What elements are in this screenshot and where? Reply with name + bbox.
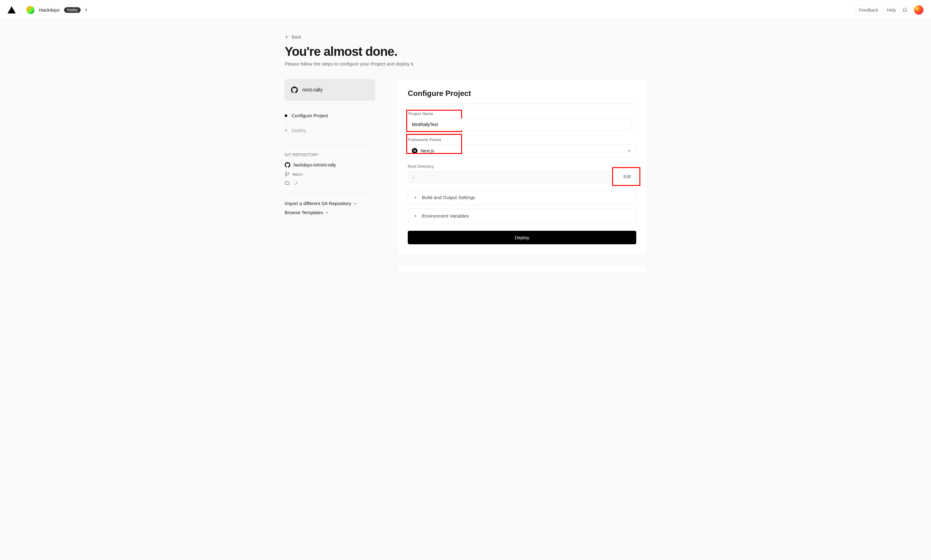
import-repo-link[interactable]: Import a different Git Repository → [285,201,375,206]
nextjs-icon: N [412,148,417,154]
scope-selector-icon[interactable]: ▲▼ [85,8,88,12]
chevron-right-icon [413,214,417,218]
repo-card: mint-rally [285,79,375,101]
back-link[interactable]: Back [285,34,646,40]
card-title: Configure Project [408,89,636,98]
git-repo-row[interactable]: hackdays-io/mint-rally [285,162,375,168]
divider [408,103,636,104]
user-avatar[interactable] [914,5,923,15]
help-link[interactable]: Help [887,8,896,12]
divider [285,145,375,145]
next-card-placeholder [398,267,646,273]
git-path-row: ./ [285,180,375,185]
step-configure[interactable]: Configure Project [285,111,375,120]
project-name-label: Project Name [408,111,460,116]
root-dir-label: Root Directory [408,164,636,169]
main-column: Configure Project Project Name Framework… [398,79,646,273]
build-settings-expand[interactable]: Build and Output Settings [408,190,636,205]
vercel-logo-icon[interactable] [8,6,16,14]
app-header: / Hackdays Hobby ▲▼ Feedback Help [0,0,931,20]
configure-card: Configure Project Project Name Framework… [398,79,646,254]
sidebar: mint-rally Configure Project Deploy GIT … [285,79,375,219]
project-name-group: Project Name [408,111,636,131]
header-left: / Hackdays Hobby ▲▼ [8,6,88,14]
root-dir-input [408,171,610,183]
framework-select[interactable]: N Next.js [408,145,636,157]
page-title: You're almost done. [285,45,646,58]
root-dir-group: Root Directory Edit [408,164,636,183]
browse-templates-link[interactable]: Browse Templates → [285,210,375,215]
framework-group: Framework Preset N Next.js [408,137,636,157]
github-icon [291,86,298,94]
content-row: mint-rally Configure Project Deploy GIT … [285,79,646,273]
page-subtitle: Please follow the steps to configure you… [285,61,646,66]
project-name-input-ext[interactable] [460,118,632,131]
step-dot-icon [285,129,287,132]
step-connector [286,120,286,126]
divider [285,193,375,193]
plan-badge: Hobby [64,7,81,13]
env-vars-expand[interactable]: Environment Variables [408,209,636,223]
env-vars-label: Environment Variables [422,213,469,218]
deploy-button[interactable]: Deploy [408,231,636,244]
breadcrumb-slash: / [20,6,22,14]
git-section-label: GIT REPOSITORY [285,153,375,157]
github-icon [285,162,290,168]
git-repo-name: hackdays-io/mint-rally [293,162,336,168]
notifications-button[interactable] [900,5,909,15]
project-name-input[interactable] [408,118,462,131]
page-container: Back You're almost done. Please follow t… [277,20,654,288]
repo-card-name: mint-rally [302,87,323,93]
step-dot-icon [285,114,287,117]
svg-point-0 [286,172,287,173]
feedback-button[interactable]: Feedback [855,5,882,15]
team-name[interactable]: Hackdays [39,7,60,12]
header-right: Feedback Help [855,5,923,15]
chevron-right-icon [413,195,417,200]
bell-icon [902,8,908,12]
folder-icon [285,180,290,185]
git-path: ./ [293,181,298,185]
framework-value: Next.js [421,148,434,153]
framework-label: Framework Preset [408,137,636,142]
step-deploy: Deploy [285,126,375,135]
build-settings-label: Build and Output Settings [422,195,475,200]
git-branch-row: main [285,172,375,177]
team-avatar-icon [26,6,34,14]
steps-list: Configure Project Deploy [285,111,375,135]
back-label: Back [292,34,301,40]
svg-point-1 [286,175,287,176]
git-branch-name: main [293,172,303,177]
root-dir-edit-button[interactable]: Edit [618,171,637,183]
arrow-left-icon [285,35,289,39]
svg-point-2 [288,173,289,174]
step-label: Configure Project [292,113,328,118]
step-label: Deploy [292,128,306,133]
git-branch-icon [285,172,290,177]
